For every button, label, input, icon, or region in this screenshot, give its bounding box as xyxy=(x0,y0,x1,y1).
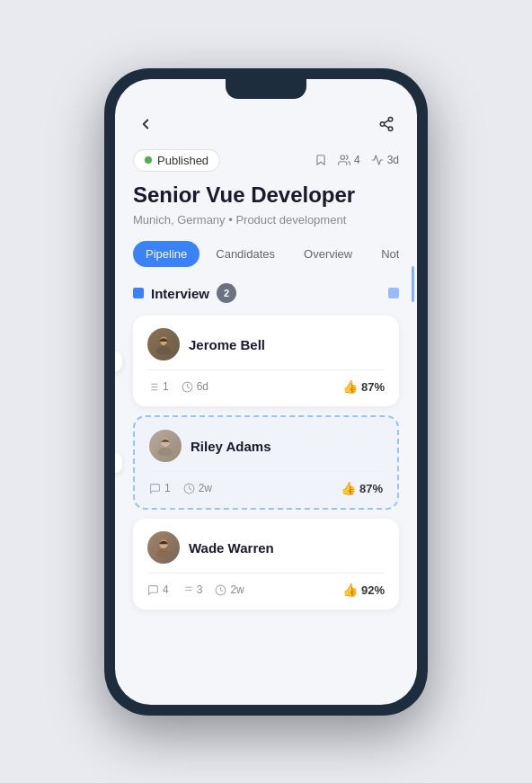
divider-riley xyxy=(149,471,383,472)
divider-jerome xyxy=(147,369,385,370)
candidate-name-jerome: Jerome Bell xyxy=(189,337,265,352)
status-dot xyxy=(145,156,152,164)
candidates-container: 78% xyxy=(133,316,399,609)
avatar-image-jerome xyxy=(154,334,173,354)
comments-riley: 1 xyxy=(149,482,171,494)
tab-notes[interactable]: Notes xyxy=(368,241,399,267)
time-riley: 2w xyxy=(183,482,212,494)
card-wrapper-riley: 75% Riley A xyxy=(133,415,399,510)
tasks-count-jerome: 1 xyxy=(163,380,169,393)
candidate-card-riley[interactable]: Riley Adams 1 xyxy=(133,415,399,510)
section-title: Interview xyxy=(151,286,209,301)
time-label-riley: 2w xyxy=(199,482,212,494)
card-wrapper-jerome: 78% xyxy=(133,316,399,406)
card-meta-jerome: 1 6d 👍 87% xyxy=(147,379,385,394)
candidates-count-action: 4 xyxy=(338,154,360,166)
status-actions: 4 3d xyxy=(315,154,399,166)
match-percent-riley: 87% xyxy=(359,482,383,495)
svg-point-5 xyxy=(341,156,345,160)
thumb-icon-jerome: 👍 xyxy=(342,379,358,394)
job-location: Munich, Germany xyxy=(133,213,226,227)
thumb-icon-wade: 👍 xyxy=(342,583,358,597)
tab-pipeline[interactable]: Pipeline xyxy=(133,241,200,267)
candidate-name-riley: Riley Adams xyxy=(191,439,270,454)
bookmark-action[interactable] xyxy=(315,154,327,166)
match-percent-jerome: 87% xyxy=(361,380,385,394)
svg-line-3 xyxy=(384,125,388,128)
back-button[interactable] xyxy=(133,111,158,137)
tasks-count-wade: 3 xyxy=(197,583,203,596)
time-jerome: 6d xyxy=(182,380,208,393)
section-header: Interview 2 xyxy=(133,283,399,303)
share-icon xyxy=(378,116,395,132)
tasks-jerome: 1 xyxy=(147,380,169,393)
avatar-jerome xyxy=(147,328,180,360)
candidate-card-jerome[interactable]: Jerome Bell xyxy=(133,316,399,406)
status-row: Published xyxy=(133,149,399,172)
section-count-badge: 2 xyxy=(217,283,236,303)
comments-count-wade: 4 xyxy=(163,583,169,596)
tab-overview[interactable]: Overview xyxy=(291,241,365,267)
phone-notch xyxy=(226,79,306,99)
match-score-wade: 👍 92% xyxy=(342,583,385,597)
phone-screen: Published xyxy=(115,79,417,705)
match-score-riley: 👍 87% xyxy=(341,481,383,495)
tasks-icon-wade xyxy=(182,584,193,596)
candidate-header-riley: Riley Adams xyxy=(149,430,383,462)
thumb-icon-riley: 👍 xyxy=(341,481,356,495)
avatar-image-riley xyxy=(155,436,175,456)
status-label: Published xyxy=(157,154,208,167)
comments-icon-riley xyxy=(149,483,161,494)
section-right-dot xyxy=(388,288,399,298)
match-percent-wade: 92% xyxy=(361,583,385,597)
clock-icon-jerome xyxy=(182,381,193,393)
svg-point-20 xyxy=(156,549,171,557)
avatar-image-wade xyxy=(154,538,173,557)
job-department: Product development xyxy=(235,213,346,227)
divider-wade xyxy=(147,573,385,574)
time-label-jerome: 6d xyxy=(197,380,208,393)
published-badge: Published xyxy=(133,149,220,172)
days-ago-label: 3d xyxy=(387,154,399,166)
svg-point-7 xyxy=(156,346,171,354)
match-score-jerome: 👍 87% xyxy=(342,379,385,394)
section-left: Interview 2 xyxy=(133,283,236,303)
candidate-name-wade: Wade Warren xyxy=(189,540,274,556)
clock-icon-wade xyxy=(215,584,226,596)
job-meta: Munich, Germany • Product development xyxy=(133,213,399,227)
clock-icon-riley xyxy=(183,483,195,494)
screen-content: Published xyxy=(115,79,417,705)
tab-candidates[interactable]: Candidates xyxy=(203,241,288,267)
comments-count-riley: 1 xyxy=(164,482,171,494)
bookmark-icon xyxy=(315,154,327,166)
scroll-indicator xyxy=(412,266,414,302)
people-icon xyxy=(338,154,350,166)
avatar-riley xyxy=(149,430,182,462)
percent-label-78: 78% xyxy=(115,351,122,371)
days-ago-action: 3d xyxy=(371,154,399,166)
card-meta-wade: 4 3 xyxy=(147,583,385,597)
back-arrow-icon xyxy=(137,116,154,132)
phone-frame: Published xyxy=(104,68,428,716)
time-wade: 2w xyxy=(215,583,244,596)
share-button[interactable] xyxy=(374,111,399,137)
candidates-count: 4 xyxy=(354,154,360,166)
activity-icon xyxy=(371,154,384,166)
comments-icon-wade xyxy=(147,584,159,596)
candidate-header-wade: Wade Warren xyxy=(147,531,385,564)
tabs-row: Pipeline Candidates Overview Notes xyxy=(133,241,399,267)
svg-point-17 xyxy=(158,448,173,456)
svg-line-4 xyxy=(384,120,388,122)
job-title: Senior Vue Developer xyxy=(133,182,399,209)
card-wrapper-wade: Wade Warren 4 xyxy=(133,519,399,609)
time-label-wade: 2w xyxy=(230,583,244,596)
comments-wade: 4 xyxy=(147,583,169,596)
percent-label-75: 75% xyxy=(115,453,122,473)
top-bar xyxy=(133,111,399,137)
card-meta-riley: 1 2w 👍 87% xyxy=(149,481,383,495)
tasks-icon-jerome xyxy=(147,381,159,393)
avatar-wade xyxy=(147,531,180,564)
section-indicator xyxy=(133,288,144,298)
candidate-card-wade[interactable]: Wade Warren 4 xyxy=(133,519,399,609)
candidate-header-jerome: Jerome Bell xyxy=(147,328,385,360)
